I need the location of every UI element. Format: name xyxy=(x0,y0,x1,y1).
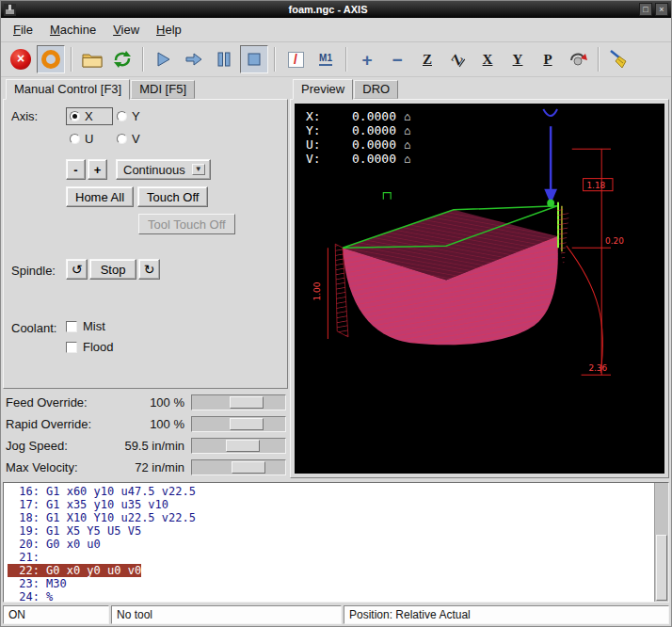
rapid-override-value: 100 % xyxy=(150,417,191,431)
scrollbar-thumb[interactable] xyxy=(656,535,667,601)
toggle-rotate-button[interactable] xyxy=(564,45,592,73)
tab-manual-control[interactable]: Manual Control [F3] xyxy=(6,79,130,100)
toggle-optional-pause-button[interactable]: M1 xyxy=(312,45,340,73)
dimension-label: 2.36 xyxy=(588,363,607,373)
gcode-scrollbar[interactable] xyxy=(654,483,668,602)
mist-checkbox-row[interactable]: Mist xyxy=(66,319,114,333)
pause-button[interactable] xyxy=(210,45,238,73)
manual-control-panel: Axis: X Y U V - + Continuous ▼ xyxy=(3,99,288,389)
axis-radio-v[interactable]: V xyxy=(113,130,160,148)
feed-override-value: 100 % xyxy=(150,395,191,410)
feed-override-slider[interactable] xyxy=(191,394,286,410)
zoom-out-icon: − xyxy=(392,51,402,69)
view-side-x-button[interactable]: X xyxy=(473,45,502,73)
reload-icon xyxy=(112,49,133,70)
radio-icon xyxy=(117,111,127,121)
gcode-listing[interactable]: 16:G1 x60 y10 u47.5 v22.5 17:G1 x35 y10 … xyxy=(3,482,669,603)
slider-thumb[interactable] xyxy=(230,396,264,409)
axis-main-window: foam.ngc - AXIS □ × File Machine View He… xyxy=(0,0,672,627)
menu-machine[interactable]: Machine xyxy=(41,19,104,40)
step-arrow-icon xyxy=(184,52,203,67)
menu-view[interactable]: View xyxy=(104,19,148,40)
menu-file[interactable]: File xyxy=(5,19,41,40)
rotate-icon xyxy=(568,50,587,69)
open-file-button[interactable] xyxy=(78,45,106,73)
preview-canvas[interactable]: 1.18 0.20 2.36 1.00 X:0.0000⌂ Y:0.0000⌂ … xyxy=(295,104,664,474)
home-all-button[interactable]: Home All xyxy=(66,186,134,207)
tab-mdi[interactable]: MDI [F5] xyxy=(131,80,195,99)
dro-readout: X:0.0000⌂ Y:0.0000⌂ U:0.0000⌂ V:0.0000⌂ xyxy=(306,109,410,166)
view-rotated-top-button[interactable]: Z xyxy=(443,45,472,73)
rapid-override-slider[interactable] xyxy=(191,416,286,432)
slider-thumb[interactable] xyxy=(230,418,264,430)
y-view-icon: Y xyxy=(513,52,523,68)
zoom-out-button[interactable]: − xyxy=(383,45,411,73)
toolbar-separator xyxy=(345,47,347,72)
axis-radio-u[interactable]: U xyxy=(66,130,113,148)
reload-file-button[interactable] xyxy=(108,45,136,73)
view-perspective-button[interactable]: P xyxy=(534,45,562,73)
gcode-line-active[interactable]: 22:G0 x0 y0 u0 v0 xyxy=(8,564,653,577)
touch-off-button[interactable]: Touch Off xyxy=(137,186,208,207)
axis-radio-group: X Y U V xyxy=(66,107,160,148)
gcode-line[interactable]: 23:M30 xyxy=(8,577,653,590)
tab-preview[interactable]: Preview xyxy=(293,79,353,100)
dro-row-v: V:0.0000⌂ xyxy=(306,152,410,166)
max-velocity-slider[interactable] xyxy=(191,459,286,475)
run-program-button[interactable] xyxy=(150,45,178,73)
radio-icon xyxy=(70,111,80,121)
slider-thumb[interactable] xyxy=(226,440,260,452)
power-icon xyxy=(41,50,60,69)
tool-touch-off-button[interactable]: Tool Touch Off xyxy=(138,214,235,234)
pause-icon xyxy=(217,52,231,67)
rapid-override-row: Rapid Override: 100 % xyxy=(6,413,286,435)
stop-button[interactable] xyxy=(240,45,268,73)
spindle-stop-button[interactable]: Stop xyxy=(89,259,136,280)
toolbar-separator xyxy=(274,47,276,72)
flood-checkbox[interactable] xyxy=(66,342,77,353)
jog-speed-slider[interactable] xyxy=(191,438,286,454)
zoom-in-button[interactable]: + xyxy=(353,45,381,73)
toggle-skip-lines-button[interactable]: / xyxy=(281,45,310,73)
preview-panel: Preview DRO xyxy=(288,77,671,480)
menu-help[interactable]: Help xyxy=(148,19,190,40)
window-icon xyxy=(4,4,16,16)
right-notebook-tabs: Preview DRO xyxy=(290,79,669,99)
max-velocity-value: 72 in/min xyxy=(135,460,191,474)
overrides-section: Feed Override: 100 % Rapid Override: 100… xyxy=(3,389,288,478)
spindle-ccw-button[interactable]: ↺ xyxy=(66,259,88,280)
tab-dro[interactable]: DRO xyxy=(354,80,398,99)
jog-speed-row: Jog Speed: 59.5 in/min xyxy=(6,435,286,457)
gcode-line[interactable]: 18:G1 X10 Y10 u22.5 v22.5 xyxy=(8,511,653,524)
estop-button[interactable]: × xyxy=(7,45,35,73)
gcode-line[interactable]: 16:G1 x60 y10 u47.5 v22.5 xyxy=(8,485,653,498)
chevron-down-icon: ▼ xyxy=(192,164,205,175)
view-top-z-button[interactable]: Z xyxy=(413,45,441,73)
axis-radio-x[interactable]: X xyxy=(66,107,113,125)
tool-top-icon xyxy=(543,109,557,116)
step-line-button[interactable] xyxy=(180,45,208,73)
gcode-line[interactable]: 17:G1 x35 y10 u35 v10 xyxy=(8,498,653,511)
jog-minus-button[interactable]: - xyxy=(66,159,86,180)
mist-checkbox[interactable] xyxy=(66,321,77,332)
spindle-cw-button[interactable]: ↻ xyxy=(138,259,160,280)
machine-power-button[interactable] xyxy=(37,45,65,73)
gcode-line[interactable]: 24:% xyxy=(8,590,653,603)
view-front-y-button[interactable]: Y xyxy=(504,45,532,73)
axis-label: Axis: xyxy=(11,107,66,123)
slider-thumb[interactable] xyxy=(232,461,265,474)
gcode-line[interactable]: 21: xyxy=(8,551,653,564)
machine-state-status: ON xyxy=(3,605,109,624)
axis-radio-y[interactable]: Y xyxy=(113,107,160,125)
jog-plus-button[interactable]: + xyxy=(88,159,107,180)
close-button[interactable]: × xyxy=(655,3,668,16)
gcode-line[interactable]: 19:G1 X5 Y5 U5 V5 xyxy=(8,524,653,538)
jog-increment-dropdown[interactable]: Continuous ▼ xyxy=(116,159,211,180)
clear-plot-button[interactable] xyxy=(605,45,633,73)
statusbar: ON No tool Position: Relative Actual xyxy=(1,604,671,626)
maximize-button[interactable]: □ xyxy=(639,3,652,16)
gcode-line[interactable]: 20:G0 x0 u0 xyxy=(8,538,653,551)
homed-icon: ⌂ xyxy=(404,111,410,122)
flood-checkbox-row[interactable]: Flood xyxy=(66,340,114,354)
jog-speed-value: 59.5 in/min xyxy=(124,439,191,453)
